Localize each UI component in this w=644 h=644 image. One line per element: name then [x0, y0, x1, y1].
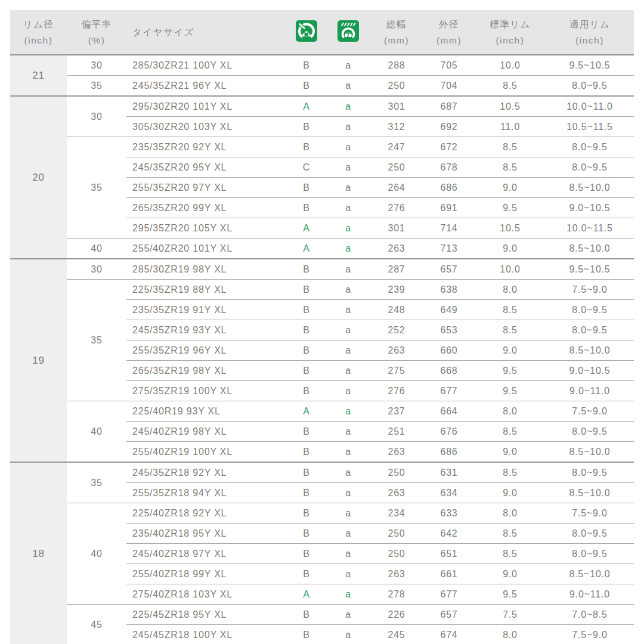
- tire-size-cell: 255/35ZR18 94Y XL: [126, 483, 286, 503]
- fuel-grade-cell: B: [286, 564, 327, 584]
- aspect-ratio-cell: 35: [67, 76, 126, 97]
- fuel-grade-cell: B: [286, 442, 327, 463]
- fuel-grade-cell: B: [286, 544, 327, 564]
- applicable-rim-cell: 8.0~9.5: [546, 157, 634, 178]
- overall-width-cell: 247: [370, 137, 423, 157]
- standard-rim-cell: 9.5: [475, 198, 546, 218]
- overall-width-cell: 263: [370, 564, 423, 584]
- header-overall-width: 総幅 (mm): [370, 10, 423, 55]
- outer-diameter-cell: 649: [423, 300, 475, 320]
- overall-width-cell: 264: [370, 178, 423, 198]
- applicable-rim-cell: 10.0~11.5: [546, 218, 634, 239]
- fuel-grade-cell: B: [286, 524, 327, 544]
- overall-width-cell: 250: [370, 544, 423, 564]
- overall-width-cell: 275: [370, 361, 423, 381]
- overall-width-cell: 276: [370, 198, 423, 218]
- fuel-grade-cell: A: [286, 584, 327, 605]
- standard-rim-cell: 9.0: [475, 564, 546, 584]
- table-row: 2130285/30ZR21 100Y XLBa28870510.09.5~10…: [10, 55, 634, 76]
- applicable-rim-cell: 7.5~9.0: [546, 401, 634, 422]
- applicable-rim-cell: 10.5~11.5: [546, 117, 634, 137]
- standard-rim-cell: 11.0: [475, 117, 546, 137]
- tire-size-cell: 275/35ZR19 100Y XL: [126, 381, 286, 401]
- rim-diameter-cell: 19: [10, 259, 67, 462]
- rim-diameter-cell: 20: [10, 96, 67, 259]
- aspect-ratio-cell: 45: [67, 605, 126, 644]
- wet-grade-cell: a: [327, 218, 370, 239]
- tire-size-cell: 285/30ZR19 98Y XL: [126, 259, 286, 280]
- overall-width-cell: 234: [370, 503, 423, 524]
- header-label: リム径: [10, 18, 67, 31]
- wet-grade-cell: a: [327, 259, 370, 280]
- outer-diameter-cell: 677: [423, 381, 475, 401]
- overall-width-cell: 250: [370, 157, 423, 178]
- header-label: タイヤサイズ: [132, 26, 286, 39]
- header-unit: (inch): [10, 35, 67, 46]
- wet-grade-cell: a: [327, 462, 370, 483]
- fuel-efficiency-label-icon: [296, 20, 317, 42]
- aspect-ratio-cell: 40: [67, 503, 126, 605]
- overall-width-cell: 250: [370, 524, 423, 544]
- tire-size-cell: 225/45ZR18 95Y XL: [126, 605, 286, 625]
- outer-diameter-cell: 672: [423, 137, 475, 157]
- wet-grade-cell: a: [327, 442, 370, 463]
- header-label: 外径: [423, 18, 475, 31]
- tire-size-cell: 265/35ZR20 99Y XL: [126, 198, 286, 218]
- header-label: 標準リム: [475, 18, 546, 31]
- applicable-rim-cell: 9.0~10.5: [546, 361, 634, 381]
- table-row: 35245/35ZR21 96Y XLBa2507048.58.0~9.5: [10, 76, 634, 97]
- standard-rim-cell: 8.5: [475, 300, 546, 320]
- applicable-rim-cell: 9.5~10.5: [546, 259, 634, 280]
- wet-grade-cell: a: [327, 55, 370, 76]
- tire-size-cell: 245/45ZR18 100Y XL: [126, 625, 286, 644]
- outer-diameter-cell: 657: [423, 259, 475, 280]
- table-row: 40225/40R19 93Y XLAa2376648.07.5~9.0: [10, 401, 634, 422]
- outer-diameter-cell: 677: [423, 584, 475, 605]
- wet-grade-cell: a: [327, 422, 370, 442]
- standard-rim-cell: 8.5: [475, 76, 546, 97]
- wet-grade-cell: a: [327, 524, 370, 544]
- applicable-rim-cell: 8.5~10.0: [546, 239, 634, 259]
- aspect-ratio-cell: 30: [67, 259, 126, 280]
- header-fuel-efficiency: [286, 10, 327, 55]
- wet-grade-cell: a: [327, 503, 370, 524]
- outer-diameter-cell: 631: [423, 462, 475, 483]
- wet-grade-cell: a: [327, 117, 370, 137]
- overall-width-cell: 263: [370, 340, 423, 361]
- standard-rim-cell: 9.5: [475, 381, 546, 401]
- tire-size-cell: 255/35ZR20 97Y XL: [126, 178, 286, 198]
- tire-size-cell: 225/40ZR18 92Y XL: [126, 503, 286, 524]
- standard-rim-cell: 10.0: [475, 259, 546, 280]
- wet-grade-cell: a: [327, 198, 370, 218]
- outer-diameter-cell: 691: [423, 198, 475, 218]
- standard-rim-cell: 9.5: [475, 361, 546, 381]
- table-row: 1835245/35ZR18 92Y XLBa2506318.58.0~9.5: [10, 462, 634, 483]
- outer-diameter-cell: 642: [423, 524, 475, 544]
- header-unit: (%): [67, 35, 126, 46]
- tire-size-cell: 235/35ZR20 92Y XL: [126, 137, 286, 157]
- rim-diameter-cell: 18: [10, 462, 67, 644]
- tire-size-cell: 305/30ZR20 103Y XL: [126, 117, 286, 137]
- header-rim-diameter: リム径 (inch): [10, 10, 67, 55]
- header-label: 偏平率: [67, 18, 126, 31]
- fuel-grade-cell: B: [286, 259, 327, 280]
- overall-width-cell: 263: [370, 239, 423, 259]
- tire-spec-table: リム径 (inch) 偏平率 (%) タイヤサイズ: [10, 10, 634, 644]
- tire-size-cell: 235/40ZR18 95Y XL: [126, 524, 286, 544]
- applicable-rim-cell: 8.0~9.5: [546, 137, 634, 157]
- tire-size-cell: 245/35ZR18 92Y XL: [126, 462, 286, 483]
- overall-width-cell: 263: [370, 442, 423, 463]
- fuel-grade-cell: B: [286, 55, 327, 76]
- standard-rim-cell: 8.0: [475, 401, 546, 422]
- overall-width-cell: 301: [370, 96, 423, 117]
- header-outer-diameter: 外径 (mm): [423, 10, 475, 55]
- applicable-rim-cell: 8.5~10.0: [546, 442, 634, 463]
- aspect-ratio-cell: 40: [67, 401, 126, 463]
- applicable-rim-cell: 8.0~9.5: [546, 544, 634, 564]
- overall-width-cell: 252: [370, 320, 423, 340]
- header-wet-grip: [327, 10, 370, 55]
- outer-diameter-cell: 651: [423, 544, 475, 564]
- wet-grade-cell: a: [327, 584, 370, 605]
- fuel-grade-cell: A: [286, 401, 327, 422]
- standard-rim-cell: 8.0: [475, 625, 546, 644]
